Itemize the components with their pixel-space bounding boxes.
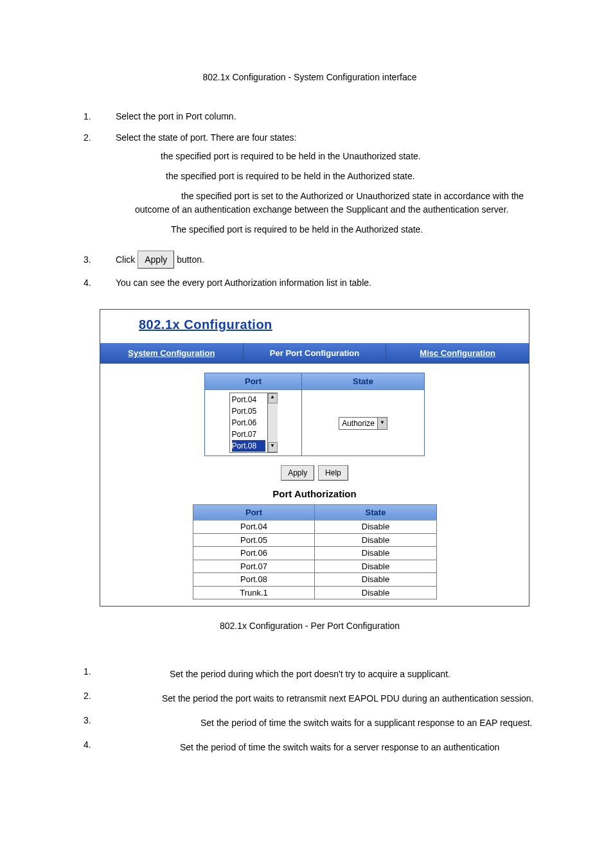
cell-state: Disable (315, 573, 436, 587)
cell-port: Port.06 (193, 547, 315, 560)
config-tabs: System Configuration Per Port Configurat… (100, 343, 529, 364)
cell-state: Disable (315, 560, 436, 573)
chevron-down-icon: ▼ (377, 418, 387, 429)
cell-state: Disable (315, 533, 436, 547)
per-port-steps: 1. Select the port in Port column. 2. Se… (84, 110, 536, 290)
screenshot-per-port-config: 802.1x Configuration System Configuratio… (100, 309, 529, 607)
port-option[interactable]: Port.08 (232, 440, 265, 452)
column-header-port: Port (205, 373, 302, 390)
table-row: Port.08Disable (193, 573, 436, 587)
item-number: 2. (84, 689, 116, 707)
port-option[interactable]: Port.05 (232, 405, 265, 417)
table-row: Port.05Disable (193, 533, 436, 547)
state-select-value: Authorize (339, 418, 377, 429)
scroll-up-icon[interactable]: ▲ (268, 393, 278, 403)
cell-port: Port.04 (193, 520, 315, 534)
cell-port: Port.05 (193, 533, 315, 547)
cell-port: Port.08 (193, 573, 315, 587)
tab-system-configuration[interactable]: System Configuration (100, 343, 244, 364)
item-text-pre: Click (116, 254, 138, 265)
port-option[interactable]: Port.06 (232, 417, 265, 429)
port-listbox[interactable]: Port.04Port.05Port.06Port.07Port.08 ▲ ▼ (229, 393, 278, 453)
item-number: 1. (84, 110, 116, 123)
table-row: Port.04Disable (193, 520, 436, 534)
cell-state: Disable (315, 520, 436, 534)
sub-item: The specified port is required to be hel… (171, 223, 536, 236)
item-text: Set the period of time the switch waits … (180, 742, 499, 752)
apply-button-graphic: Apply (138, 251, 174, 269)
figure-caption-top: 802.1x Configuration - System Configurat… (84, 71, 536, 84)
item-text: Set the period the port waits to retrans… (162, 693, 533, 704)
item-number: 3. (84, 714, 116, 732)
table-row: Trunk.1Disable (193, 586, 436, 599)
item-number: 2. (84, 131, 116, 243)
item-number: 1. (84, 665, 116, 683)
state-select[interactable]: Authorize ▼ (339, 417, 387, 430)
port-option[interactable]: Port.07 (232, 429, 265, 440)
port-option[interactable]: Port.04 (232, 394, 265, 405)
port-authorization-title: Port Authorization (100, 487, 529, 502)
item-text: Set the period of time the switch waits … (200, 718, 532, 728)
port-authorization-table: Port State Port.04DisablePort.05DisableP… (193, 504, 437, 600)
item-number: 4. (84, 276, 116, 290)
column-header-state: State (315, 504, 436, 520)
figure-caption-bottom: 802.1x Configuration - Per Port Configur… (84, 619, 536, 633)
item-number: 4. (84, 738, 116, 756)
help-button[interactable]: Help (318, 465, 348, 481)
column-header-port: Port (193, 504, 315, 520)
cell-port: Port.07 (193, 560, 315, 573)
misc-config-steps: 1. Set the period during which the port … (84, 665, 536, 756)
table-row: Port.06Disable (193, 547, 436, 560)
sub-item: the specified port is required to be hel… (161, 150, 536, 163)
item-text: Set the period during which the port doe… (170, 669, 450, 679)
sub-item: the specified port is set to the Authori… (135, 191, 524, 215)
scroll-down-icon[interactable]: ▼ (268, 442, 278, 452)
page-title: 802.1x Configuration (139, 317, 272, 332)
item-text: Select the state of port. There are four… (116, 132, 296, 143)
tab-per-port-configuration[interactable]: Per Port Configuration (244, 343, 387, 364)
sub-item: the specified port is required to be hel… (166, 170, 536, 183)
cell-state: Disable (315, 547, 436, 560)
item-text-post: button. (177, 254, 204, 265)
apply-button[interactable]: Apply (281, 465, 314, 481)
item-text: You can see the every port Authorization… (116, 276, 536, 290)
item-text: Select the port in Port column. (116, 110, 536, 123)
port-state-table: Port State Port.04Port.05Port.06Port.07P… (204, 373, 425, 457)
table-row: Port.07Disable (193, 560, 436, 573)
tab-misc-configuration[interactable]: Misc Configuration (386, 343, 529, 364)
cell-port: Trunk.1 (193, 586, 315, 599)
item-number: 3. (84, 253, 116, 267)
column-header-state: State (302, 373, 425, 390)
cell-state: Disable (315, 586, 436, 599)
